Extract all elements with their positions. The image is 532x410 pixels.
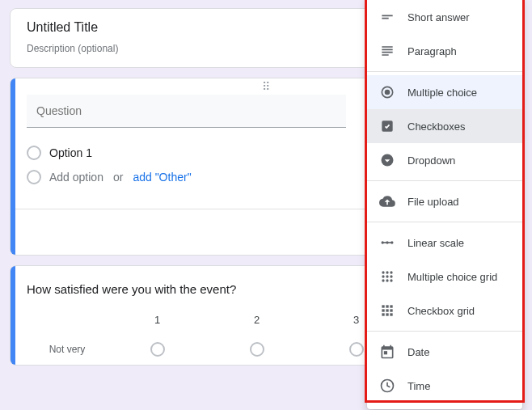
dropdown-icon: [378, 151, 396, 169]
svg-point-12: [386, 275, 388, 277]
svg-rect-25: [390, 313, 392, 315]
time-icon: [378, 377, 396, 395]
svg-rect-7: [382, 242, 392, 243]
add-option-button[interactable]: Add option: [49, 171, 103, 184]
menu-item-date[interactable]: Date: [367, 335, 522, 369]
svg-point-8: [382, 271, 384, 273]
svg-point-15: [386, 279, 388, 281]
scale-radio[interactable]: [150, 342, 165, 357]
svg-point-9: [386, 271, 388, 273]
svg-rect-18: [386, 305, 388, 307]
menu-label: Dropdown: [407, 154, 455, 167]
menu-label: Multiple choice: [407, 87, 477, 99]
checkboxes-icon: [378, 117, 396, 135]
add-other-button[interactable]: add "Other": [133, 171, 191, 184]
or-text: or: [113, 171, 123, 184]
svg-point-1: [385, 90, 391, 95]
svg-point-11: [382, 275, 384, 277]
question-type-menu: Short answer Paragraph Multiple choice C…: [367, 0, 522, 409]
selection-indicator: [11, 78, 15, 255]
menu-label: Multiple choice grid: [407, 271, 497, 283]
radio-icon: [27, 170, 41, 184]
menu-label: File upload: [407, 196, 459, 208]
svg-rect-24: [386, 313, 388, 315]
svg-rect-17: [382, 305, 384, 307]
svg-rect-20: [382, 309, 384, 311]
menu-item-cb-grid[interactable]: Checkbox grid: [367, 294, 522, 328]
svg-rect-19: [390, 305, 392, 307]
option-label[interactable]: Option 1: [49, 146, 92, 159]
menu-label: Time: [407, 380, 430, 392]
menu-item-paragraph[interactable]: Paragraph: [367, 34, 522, 68]
mc-grid-icon: [378, 268, 396, 285]
menu-separator: [367, 331, 522, 332]
scale-number: 2: [254, 314, 260, 326]
svg-rect-26: [384, 351, 387, 354]
menu-separator: [367, 180, 522, 181]
menu-label: Date: [407, 346, 429, 358]
linear-scale-icon: [378, 234, 396, 251]
multiple-choice-icon: [378, 83, 396, 101]
menu-label: Short answer: [407, 11, 470, 23]
scale-radio[interactable]: [250, 342, 264, 357]
svg-rect-22: [390, 309, 392, 311]
menu-label: Checkbox grid: [407, 305, 475, 317]
date-icon: [378, 343, 396, 361]
menu-separator: [367, 222, 522, 222]
scale-number: 1: [154, 314, 160, 326]
scale-number: 3: [353, 314, 359, 326]
menu-label: Linear scale: [407, 237, 464, 249]
file-upload-icon: [378, 192, 396, 210]
menu-item-linear-scale[interactable]: Linear scale: [367, 226, 522, 260]
menu-label: Paragraph: [407, 45, 457, 57]
menu-item-dropdown[interactable]: Dropdown: [367, 143, 522, 177]
svg-point-16: [390, 279, 392, 281]
menu-label: Checkboxes: [407, 120, 466, 133]
menu-item-short-answer[interactable]: Short answer: [367, 0, 522, 34]
svg-point-14: [382, 279, 384, 281]
menu-item-file-upload[interactable]: File upload: [367, 184, 522, 218]
svg-point-13: [390, 275, 392, 277]
question-input[interactable]: [27, 95, 346, 128]
scale-low-label: Not very: [27, 344, 108, 355]
svg-point-10: [390, 271, 392, 273]
radio-icon: [27, 146, 41, 160]
short-answer-icon: [378, 8, 396, 26]
menu-item-mc-grid[interactable]: Multiple choice grid: [367, 260, 522, 294]
scale-radio[interactable]: [349, 342, 364, 357]
menu-item-multiple-choice[interactable]: Multiple choice: [367, 75, 522, 109]
paragraph-icon: [378, 42, 396, 60]
menu-item-time[interactable]: Time: [367, 369, 522, 403]
menu-separator: [367, 71, 522, 72]
svg-rect-23: [382, 313, 384, 315]
menu-item-checkboxes[interactable]: Checkboxes: [367, 109, 522, 143]
cb-grid-icon: [378, 302, 396, 319]
svg-rect-21: [386, 309, 388, 311]
selection-indicator: [11, 266, 15, 365]
